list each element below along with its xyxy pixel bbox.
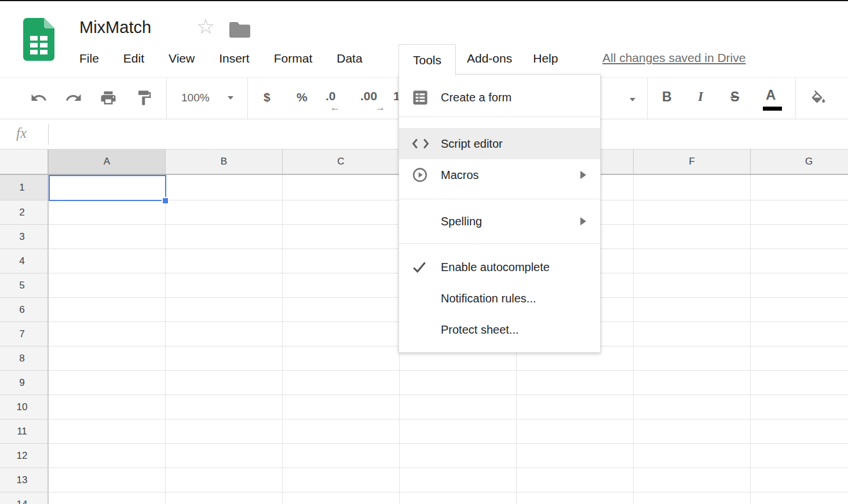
grid-cell-g7[interactable] (751, 322, 848, 346)
grid-cell-b3[interactable] (166, 225, 283, 249)
grid-cell-a4[interactable] (49, 249, 166, 273)
menu-item-create-a-form[interactable]: Create a form (399, 82, 600, 113)
grid-cell-b12[interactable] (166, 444, 283, 468)
font-size-caret-icon[interactable] (630, 98, 635, 101)
grid-cell-d12[interactable] (400, 444, 517, 468)
column-header-f[interactable]: F (634, 149, 751, 174)
row-header-13[interactable]: 13 (0, 468, 49, 492)
select-all-corner[interactable] (0, 149, 49, 174)
grid-cell-f13[interactable] (634, 468, 751, 492)
format-currency-button[interactable]: $ (264, 90, 271, 104)
row-header-2[interactable]: 2 (0, 200, 49, 225)
column-header-g[interactable]: G (751, 149, 848, 174)
grid-cell-f6[interactable] (634, 298, 751, 322)
grid-cell-b9[interactable] (166, 371, 283, 395)
row-header-5[interactable]: 5 (0, 273, 49, 298)
grid-cell-b2[interactable] (166, 200, 283, 225)
grid-cell-e14[interactable] (517, 492, 634, 504)
row-header-14[interactable]: 14 (0, 492, 49, 504)
grid-cell-d14[interactable] (400, 492, 517, 504)
grid-cell-c2[interactable] (283, 200, 400, 225)
fill-handle[interactable] (162, 197, 169, 204)
grid-cell-f8[interactable] (634, 346, 751, 371)
menu-help[interactable]: Help (533, 50, 558, 67)
document-title[interactable]: MixMatch (79, 18, 151, 37)
grid-cell-g14[interactable] (751, 492, 848, 504)
grid-cell-f1[interactable] (634, 175, 751, 200)
increase-decimal-button[interactable]: .00 (360, 89, 377, 103)
grid-cell-g10[interactable] (751, 395, 848, 419)
grid-cell-b10[interactable] (166, 395, 283, 419)
grid-cell-b5[interactable] (166, 273, 283, 298)
grid-cell-a6[interactable] (49, 298, 166, 322)
menu-insert[interactable]: Insert (219, 50, 250, 67)
row-header-6[interactable]: 6 (0, 298, 49, 322)
grid-cell-d10[interactable] (400, 395, 517, 419)
grid-cell-g8[interactable] (751, 346, 848, 371)
grid-cell-b7[interactable] (166, 322, 283, 346)
grid-cell-c11[interactable] (283, 419, 400, 444)
grid-cell-b13[interactable] (166, 468, 283, 492)
grid-cell-e11[interactable] (517, 419, 634, 444)
grid-cell-e13[interactable] (517, 468, 634, 492)
grid-cell-f14[interactable] (634, 492, 751, 504)
grid-cell-a8[interactable] (49, 346, 166, 371)
grid-cell-f3[interactable] (634, 225, 751, 249)
row-header-7[interactable]: 7 (0, 322, 49, 346)
menu-item-notification-rules[interactable]: Notification rules... (399, 283, 600, 314)
grid-cell-b11[interactable] (166, 419, 283, 444)
grid-cell-f9[interactable] (634, 371, 751, 395)
menu-item-spelling[interactable]: Spelling (399, 206, 600, 237)
grid-cell-b4[interactable] (166, 249, 283, 273)
menu-item-macros[interactable]: Macros (399, 159, 600, 191)
grid-cell-a13[interactable] (49, 468, 166, 492)
grid-cell-g13[interactable] (751, 468, 848, 492)
grid-cell-b6[interactable] (166, 298, 283, 322)
redo-icon[interactable] (65, 89, 82, 107)
grid-cell-c1[interactable] (283, 175, 400, 200)
grid-cell-b1[interactable] (166, 175, 283, 200)
row-header-11[interactable]: 11 (0, 419, 49, 444)
fill-color-icon[interactable] (810, 90, 827, 108)
row-header-4[interactable]: 4 (0, 249, 49, 273)
grid-cell-e10[interactable] (517, 395, 634, 419)
grid-cell-d13[interactable] (400, 468, 517, 492)
menu-file[interactable]: File (79, 50, 99, 67)
folder-icon[interactable] (229, 21, 250, 38)
menu-format[interactable]: Format (274, 50, 313, 67)
menu-item-script-editor[interactable]: Script editor (399, 128, 600, 159)
row-header-1[interactable]: 1 (0, 175, 49, 200)
italic-button[interactable]: I (698, 89, 703, 104)
grid-cell-a10[interactable] (49, 395, 166, 419)
undo-icon[interactable] (30, 89, 47, 107)
grid-cell-a11[interactable] (49, 419, 166, 444)
grid-cell-f5[interactable] (634, 273, 751, 298)
grid-cell-d11[interactable] (400, 419, 517, 444)
grid-cell-f10[interactable] (634, 395, 751, 419)
menu-tools-open[interactable]: Tools (399, 44, 456, 75)
column-header-a[interactable]: A (49, 149, 166, 174)
grid-cell-f2[interactable] (634, 200, 751, 225)
grid-cell-f11[interactable] (634, 419, 751, 444)
grid-cell-c6[interactable] (283, 298, 400, 322)
zoom-select[interactable]: 100% (181, 92, 210, 104)
grid-cell-c10[interactable] (283, 395, 400, 419)
column-header-b[interactable]: B (166, 149, 283, 174)
grid-cell-g2[interactable] (751, 200, 848, 225)
grid-cell-c5[interactable] (283, 273, 400, 298)
grid-cell-b14[interactable] (166, 492, 283, 504)
zoom-caret-icon[interactable] (228, 96, 233, 100)
grid-cell-c3[interactable] (283, 225, 400, 249)
grid-cell-g1[interactable] (751, 175, 848, 200)
grid-cell-c8[interactable] (283, 346, 400, 371)
grid-cell-g11[interactable] (751, 419, 848, 444)
star-icon[interactable]: ☆ (196, 16, 215, 37)
grid-cell-g5[interactable] (751, 273, 848, 298)
grid-cell-d9[interactable] (400, 371, 517, 395)
grid-cell-f7[interactable] (634, 322, 751, 346)
grid-cell-c4[interactable] (283, 249, 400, 273)
grid-cell-a9[interactable] (49, 371, 166, 395)
grid-cell-c13[interactable] (283, 468, 400, 492)
grid-cell-a1[interactable] (49, 175, 166, 200)
grid-cell-g6[interactable] (751, 298, 848, 322)
